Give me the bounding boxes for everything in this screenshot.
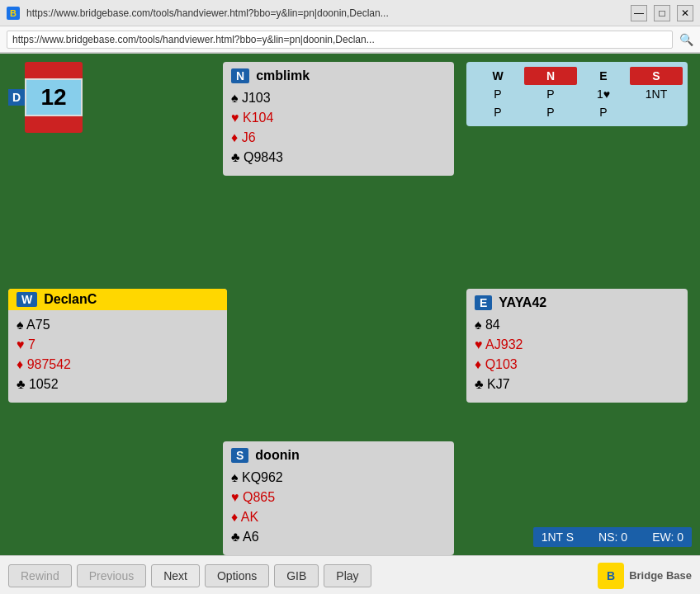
north-hearts: ♥ K104 bbox=[231, 108, 446, 128]
west-player-name: DeclanC bbox=[44, 292, 97, 307]
south-player-name: doonin bbox=[255, 448, 299, 463]
south-header: S doonin bbox=[231, 448, 446, 463]
bid-row-2: P P P bbox=[471, 103, 683, 121]
bid-E1: 1♥ bbox=[577, 85, 630, 103]
deal-info: D 12 bbox=[8, 62, 99, 133]
diamond-icon-e: ♦ bbox=[475, 357, 481, 371]
west-header: W DeclanC bbox=[8, 289, 227, 310]
toolbar: Rewind Previous Next Options GIB Play B … bbox=[0, 555, 700, 594]
bid-grid: W N E S P P 1♥ 1NT P P P bbox=[471, 67, 683, 121]
north-diamonds: ♦ J6 bbox=[231, 128, 446, 148]
bid-W1: P bbox=[471, 85, 524, 103]
title-bar: B https://www.bridgebase.com/tools/handv… bbox=[0, 0, 700, 26]
bid-row-1: P P 1♥ 1NT bbox=[471, 85, 683, 103]
club-icon: ♣ bbox=[231, 150, 240, 164]
east-hearts: ♥ AJ932 bbox=[475, 335, 679, 355]
browser-icon: B bbox=[7, 7, 20, 20]
address-bar: 🔍 bbox=[0, 26, 700, 53]
north-header: N cmblimk bbox=[231, 68, 446, 83]
heart-icon-w: ♥ bbox=[17, 337, 25, 351]
close-button[interactable]: ✕ bbox=[677, 5, 693, 21]
play-button[interactable]: Play bbox=[324, 564, 371, 587]
spade-icon-e: ♠ bbox=[475, 318, 482, 332]
address-input[interactable] bbox=[7, 31, 673, 49]
bbo-name: Bridge Base bbox=[629, 569, 692, 582]
gib-button[interactable]: GIB bbox=[274, 564, 319, 587]
game-area: D 12 N cmblimk ♠ J103 ♥ K104 ♦ J6 ♣ Q984… bbox=[0, 54, 700, 555]
east-header: E YAYA42 bbox=[475, 295, 679, 310]
ns-score: NS: 0 bbox=[598, 530, 627, 544]
east-direction-badge: E bbox=[475, 295, 492, 310]
spade-icon-s: ♠ bbox=[231, 470, 239, 484]
north-direction-badge: N bbox=[231, 68, 249, 83]
east-player-name: YAYA42 bbox=[499, 295, 546, 310]
search-icon[interactable]: 🔍 bbox=[679, 33, 693, 46]
bid-header-E: E bbox=[577, 67, 630, 85]
diamond-icon-s: ♦ bbox=[231, 510, 238, 524]
club-icon-s: ♣ bbox=[231, 530, 240, 544]
south-spades: ♠ KQ962 bbox=[231, 468, 446, 488]
diamond-icon-w: ♦ bbox=[17, 357, 23, 371]
bid-N2: P bbox=[524, 103, 577, 121]
bid-S1: 1NT bbox=[630, 85, 683, 103]
ew-score: EW: 0 bbox=[652, 530, 683, 544]
minimize-button[interactable]: — bbox=[631, 5, 647, 21]
north-spades: ♠ J103 bbox=[231, 88, 446, 108]
maximize-button[interactable]: □ bbox=[654, 5, 670, 21]
options-button[interactable]: Options bbox=[205, 564, 269, 587]
west-spades: ♠ A75 bbox=[17, 315, 219, 335]
diamond-icon: ♦ bbox=[231, 130, 238, 144]
previous-button[interactable]: Previous bbox=[77, 564, 146, 587]
south-hearts: ♥ Q865 bbox=[231, 488, 446, 507]
bid-E2: P bbox=[577, 103, 630, 121]
west-clubs: ♣ 1052 bbox=[17, 375, 219, 394]
south-clubs: ♣ A6 bbox=[231, 527, 446, 547]
bid-S2 bbox=[630, 103, 683, 121]
bid-header-N: N bbox=[524, 67, 577, 85]
bbo-logo: B Bridge Base bbox=[598, 563, 692, 589]
north-hand: N cmblimk ♠ J103 ♥ K104 ♦ J6 ♣ Q9843 bbox=[223, 62, 454, 176]
rewind-button[interactable]: Rewind bbox=[8, 564, 72, 587]
west-hearts: ♥ 7 bbox=[17, 335, 219, 355]
game-status: 1NT S NS: 0 EW: 0 bbox=[533, 527, 692, 547]
west-direction-badge: W bbox=[17, 292, 37, 307]
east-clubs: ♣ KJ7 bbox=[475, 375, 679, 394]
south-direction-badge: S bbox=[231, 448, 248, 463]
club-icon-e: ♣ bbox=[475, 377, 484, 391]
south-hand: S doonin ♠ KQ962 ♥ Q865 ♦ AK ♣ A6 bbox=[223, 441, 454, 555]
heart-icon-s: ♥ bbox=[231, 490, 239, 504]
deal-side-label: D bbox=[8, 89, 25, 106]
heart-icon: ♥ bbox=[231, 111, 239, 125]
west-hand: W DeclanC ♠ A75 ♥ 7 ♦ 987542 ♣ 1052 bbox=[8, 289, 227, 403]
title-bar-text: https://www.bridgebase.com/tools/handvie… bbox=[26, 7, 631, 19]
next-button[interactable]: Next bbox=[151, 564, 200, 587]
deal-vuln-top bbox=[25, 62, 83, 78]
browser-chrome: B https://www.bridgebase.com/tools/handv… bbox=[0, 0, 700, 54]
bidding-table: W N E S P P 1♥ 1NT P P P bbox=[466, 62, 688, 126]
south-diamonds: ♦ AK bbox=[231, 507, 446, 527]
bid-header-W: W bbox=[471, 67, 524, 85]
heart-icon-e: ♥ bbox=[475, 337, 483, 351]
north-player-name: cmblimk bbox=[256, 68, 310, 83]
deal-number: 12 bbox=[25, 78, 83, 116]
bid-N1: P bbox=[524, 85, 577, 103]
title-bar-controls: — □ ✕ bbox=[631, 5, 693, 21]
spade-icon-w: ♠ bbox=[17, 318, 24, 332]
east-diamonds: ♦ Q103 bbox=[475, 355, 679, 375]
club-icon-w: ♣ bbox=[17, 377, 26, 391]
north-clubs: ♣ Q9843 bbox=[231, 148, 446, 167]
spade-icon: ♠ bbox=[231, 91, 239, 105]
east-spades: ♠ 84 bbox=[475, 315, 679, 335]
deal-vuln-bottom bbox=[25, 116, 83, 133]
bbo-icon: B bbox=[598, 563, 624, 589]
contract-label: 1NT S bbox=[542, 530, 574, 544]
bid-header-S: S bbox=[630, 67, 683, 85]
bid-W2: P bbox=[471, 103, 524, 121]
east-hand: E YAYA42 ♠ 84 ♥ AJ932 ♦ Q103 ♣ KJ7 bbox=[466, 289, 688, 403]
west-diamonds: ♦ 987542 bbox=[17, 355, 219, 375]
